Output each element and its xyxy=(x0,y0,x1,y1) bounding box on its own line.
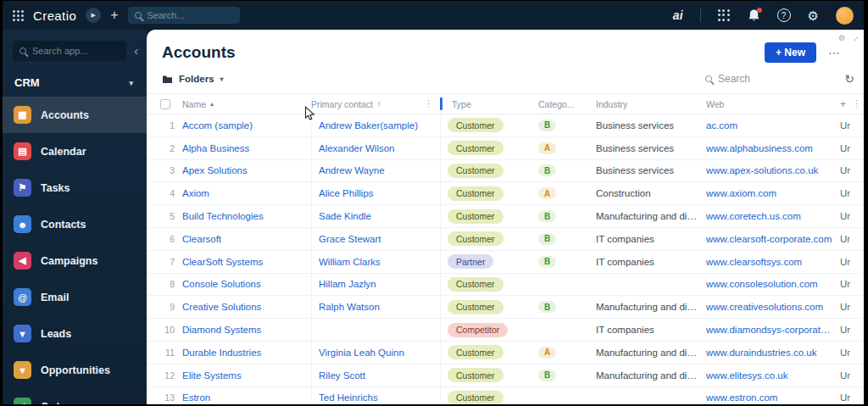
sidebar-item-leads[interactable]: ▼Leads xyxy=(3,315,147,352)
sidebar-item-campaigns[interactable]: ◀Campaigns xyxy=(3,242,147,279)
table-row[interactable]: 3Apex SolutionsAndrew WayneCustomerBBusi… xyxy=(147,160,864,183)
primary-contact-link[interactable]: Grace Stewart xyxy=(311,228,440,250)
web-link[interactable]: www.axiom.com xyxy=(706,188,840,198)
column-header-web[interactable]: Web xyxy=(706,99,840,109)
web-link[interactable]: www.apex-solutions.co.uk xyxy=(706,165,840,175)
web-link[interactable]: www.consolesolution.com xyxy=(706,279,840,289)
table-row[interactable]: 4AxiomAlice PhillipsCustomerAConstructio… xyxy=(147,182,864,205)
primary-contact-link[interactable]: Alice Phillips xyxy=(311,182,440,204)
sidebar-item-accounts[interactable]: ▦Accounts xyxy=(3,97,147,133)
more-actions-button[interactable]: ⋯ xyxy=(828,46,841,59)
web-link[interactable]: www.elitesys.co.uk xyxy=(706,370,840,381)
table-row[interactable]: 9Creative SolutionsRalph WatsonCustomerB… xyxy=(147,296,864,319)
sidebar-item-email[interactable]: @Email xyxy=(3,279,147,315)
category-cell: A xyxy=(538,187,596,199)
primary-contact-link[interactable]: Sade Kindle xyxy=(311,205,440,227)
section-settings-gear-icon[interactable]: ⚙ xyxy=(838,34,845,42)
sidebar-item-tasks[interactable]: ⚑Tasks xyxy=(3,170,147,206)
web-link[interactable]: www.creativesolutions.com xyxy=(706,302,840,312)
category-cell: B xyxy=(538,120,596,131)
account-name-link[interactable]: Creative Solutions xyxy=(182,302,311,312)
web-link[interactable]: www.duraindustries.co.uk xyxy=(706,348,840,358)
account-name-link[interactable]: Apex Solutions xyxy=(182,165,311,175)
table-row[interactable]: 12Elite SystemsRiley ScottCustomerBManuf… xyxy=(147,364,864,387)
grid-search[interactable]: Search xyxy=(705,73,750,85)
row-number: 3 xyxy=(160,165,182,175)
account-name-link[interactable]: Elite Systems xyxy=(182,370,311,381)
column-header-type[interactable]: Type xyxy=(440,97,538,110)
column-header-industry[interactable]: Industry xyxy=(596,99,706,109)
table-row[interactable]: 10Diamond SystemsCompetitorIT companiesw… xyxy=(147,319,864,342)
column-header-primary-contact[interactable]: Primary contact ↕ ⋮ xyxy=(311,98,440,109)
select-all-checkbox[interactable] xyxy=(160,99,170,109)
primary-contact-link[interactable]: Hillam Jazlyn xyxy=(311,274,440,296)
table-row[interactable]: 6ClearsoftGrace StewartCustomerBIT compa… xyxy=(147,228,864,251)
web-link[interactable]: www.diamondsys-corporate.com xyxy=(706,325,840,335)
primary-contact-link[interactable]: William Clarks xyxy=(311,251,440,273)
web-link[interactable]: www.coretech.us.com xyxy=(706,211,840,221)
global-search-input[interactable] xyxy=(147,10,233,20)
account-name-link[interactable]: Estron xyxy=(182,392,311,403)
settings-gear-icon[interactable]: ⚙ xyxy=(808,9,819,22)
user-avatar[interactable] xyxy=(836,7,854,25)
web-link[interactable]: www.clearsoft-corporate.com xyxy=(706,234,840,244)
account-name-link[interactable]: Accom (sample) xyxy=(182,120,311,131)
web-link[interactable]: www.clearsoftsys.com xyxy=(706,257,840,267)
sidebar-item-calendar[interactable]: ▤Calendar xyxy=(3,133,147,170)
primary-contact-link[interactable]: Andrew Wayne xyxy=(311,160,440,182)
primary-contact-link[interactable]: Alexander Wilson xyxy=(311,137,440,159)
play-button[interactable]: ▶ xyxy=(86,8,101,23)
refresh-icon[interactable]: ↻ xyxy=(844,72,854,86)
sidebar-item-contacts[interactable]: ☻Contacts xyxy=(3,206,147,242)
web-link[interactable]: ac.com xyxy=(706,120,840,131)
add-column-icon[interactable]: + xyxy=(840,98,846,110)
primary-contact-link[interactable]: Ralph Watson xyxy=(311,296,440,318)
help-icon[interactable]: ? xyxy=(777,8,791,22)
grid-menu-icon[interactable]: ⋮ xyxy=(852,98,861,110)
primary-contact-link[interactable]: Andrew Baker(sample) xyxy=(311,114,440,136)
column-header-name[interactable]: Name ▴ xyxy=(182,99,311,109)
account-name-link[interactable]: Build Technologies xyxy=(182,211,311,221)
column-menu-icon[interactable]: ⋮ xyxy=(424,98,433,109)
table-row[interactable]: 2Alpha BusinessAlexander WilsonCustomerA… xyxy=(147,137,864,160)
global-search[interactable] xyxy=(128,7,240,24)
table-row[interactable]: 1Accom (sample)Andrew Baker(sample)Custo… xyxy=(147,114,864,137)
web-link[interactable]: www.alphabusiness.com xyxy=(706,143,840,153)
workspace-selector[interactable]: CRM ▾ xyxy=(3,69,147,97)
app-search[interactable] xyxy=(13,41,126,61)
account-name-link[interactable]: Axiom xyxy=(182,188,311,198)
table-row[interactable]: 13EstronTed HeinrichsCustomerwww.estron.… xyxy=(147,387,864,404)
primary-contact-link[interactable]: Virginia Leah Quinn xyxy=(311,342,440,364)
account-name-link[interactable]: ClearSoft Systems xyxy=(182,257,311,267)
new-button[interactable]: + New xyxy=(765,42,816,63)
primary-contact-link[interactable]: Ted Heinrichs xyxy=(311,387,440,404)
notifications-bell-icon[interactable] xyxy=(748,8,760,22)
table-row[interactable]: 8Console SolutionsHillam JazlynCustomerw… xyxy=(147,274,864,297)
chevron-down-icon: ▾ xyxy=(220,75,224,83)
campaigns-icon: ◀ xyxy=(14,252,31,270)
sidebar-item-orders[interactable]: ✓Orders xyxy=(3,388,147,404)
folders-button[interactable]: Folders ▾ xyxy=(162,74,224,84)
type-badge: Customer xyxy=(448,186,504,201)
calendar-icon: ▤ xyxy=(14,142,31,160)
account-name-link[interactable]: Diamond Systems xyxy=(182,325,311,335)
account-name-link[interactable]: Durable Industries xyxy=(182,348,311,358)
account-name-link[interactable]: Alpha Business xyxy=(182,143,311,153)
sidebar-item-opportunities[interactable]: ▼Opportunities xyxy=(3,352,147,388)
table-row[interactable]: 5Build TechnologiesSade KindleCustomerBM… xyxy=(147,205,864,228)
divider xyxy=(700,8,701,22)
apps-grid-icon[interactable] xyxy=(13,10,24,21)
column-header-category[interactable]: Catego... xyxy=(538,99,596,109)
table-row[interactable]: 7ClearSoft SystemsWilliam ClarksPartnerB… xyxy=(147,251,864,274)
account-name-link[interactable]: Clearsoft xyxy=(182,234,311,244)
app-search-input[interactable] xyxy=(32,46,120,56)
marketplace-grid-icon[interactable] xyxy=(718,9,731,22)
primary-contact-link[interactable] xyxy=(311,319,440,341)
primary-contact-link[interactable]: Riley Scott xyxy=(311,364,440,387)
collapse-sidebar-icon[interactable]: ‹ xyxy=(134,45,138,57)
ai-assistant-icon[interactable]: ai xyxy=(673,8,683,22)
account-name-link[interactable]: Console Solutions xyxy=(182,279,311,289)
table-row[interactable]: 11Durable IndustriesVirginia Leah QuinnC… xyxy=(147,342,864,364)
add-workspace-button[interactable]: + xyxy=(110,8,118,22)
web-link[interactable]: www.estron.com xyxy=(706,392,840,403)
